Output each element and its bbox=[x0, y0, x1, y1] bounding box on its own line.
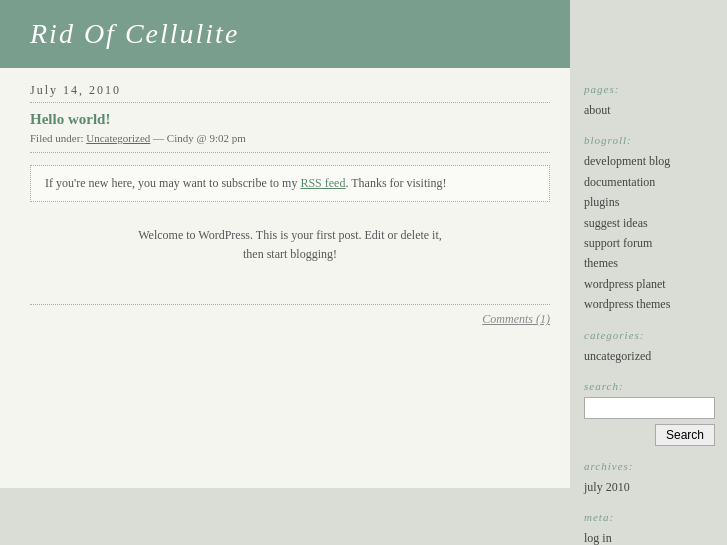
pages-heading: pages: bbox=[584, 83, 715, 95]
search-heading: search: bbox=[584, 380, 715, 392]
meta-login-link[interactable]: log in bbox=[584, 531, 612, 545]
blogroll-list: development blog documentation plugins s… bbox=[584, 151, 715, 314]
list-item: plugins bbox=[584, 192, 715, 212]
categories-heading: categories: bbox=[584, 329, 715, 341]
list-item: documentation bbox=[584, 172, 715, 192]
post-title: Hello world! bbox=[30, 111, 550, 128]
main-content: July 14, 2010 Hello world! Filed under: … bbox=[0, 68, 570, 488]
blogroll-link[interactable]: wordpress themes bbox=[584, 297, 670, 311]
list-item: uncategorized bbox=[584, 346, 715, 366]
search-container: Search bbox=[584, 397, 715, 446]
sidebar-pages-section: pages: about bbox=[584, 83, 715, 120]
page-about-link[interactable]: about bbox=[584, 103, 611, 117]
list-item: log in bbox=[584, 528, 715, 545]
filed-under-label: Filed under: bbox=[30, 132, 83, 144]
archives-heading: archives: bbox=[584, 460, 715, 472]
sidebar-search-section: search: Search bbox=[584, 380, 715, 446]
list-item: wordpress planet bbox=[584, 274, 715, 294]
blogroll-link[interactable]: support forum bbox=[584, 236, 652, 250]
list-item: support forum bbox=[584, 233, 715, 253]
list-item: themes bbox=[584, 253, 715, 273]
site-header: Rid Of Cellulite bbox=[0, 0, 570, 68]
content-area: July 14, 2010 Hello world! Filed under: … bbox=[0, 68, 727, 545]
meta-heading: meta: bbox=[584, 511, 715, 523]
list-item: development blog bbox=[584, 151, 715, 171]
list-item: suggest ideas bbox=[584, 213, 715, 233]
sidebar-meta-section: meta: log in rss comments rss valid xhtm… bbox=[584, 511, 715, 545]
blogroll-link[interactable]: themes bbox=[584, 256, 618, 270]
site-title: Rid Of Cellulite bbox=[30, 18, 550, 50]
search-button[interactable]: Search bbox=[655, 424, 715, 446]
post-body-line2: then start blogging! bbox=[243, 247, 337, 261]
post-footer: Comments (1) bbox=[30, 304, 550, 327]
categories-list: uncategorized bbox=[584, 346, 715, 366]
list-item: about bbox=[584, 100, 715, 120]
author-meta: — Cindy @ 9:02 pm bbox=[153, 132, 246, 144]
blogroll-link[interactable]: documentation bbox=[584, 175, 655, 189]
post-body-line1: Welcome to WordPress. This is your first… bbox=[138, 228, 442, 242]
category-link[interactable]: Uncategorized bbox=[86, 132, 150, 144]
list-item: july 2010 bbox=[584, 477, 715, 497]
rss-feed-link[interactable]: RSS feed bbox=[300, 176, 345, 190]
blogroll-link[interactable]: suggest ideas bbox=[584, 216, 648, 230]
subscribe-text: If you're new here, you may want to subs… bbox=[45, 176, 297, 190]
sidebar-blogroll-section: blogroll: development blog documentation… bbox=[584, 134, 715, 314]
category-uncategorized-link[interactable]: uncategorized bbox=[584, 349, 651, 363]
comments-link[interactable]: Comments (1) bbox=[482, 312, 550, 326]
blogroll-link[interactable]: plugins bbox=[584, 195, 619, 209]
blog-post: July 14, 2010 Hello world! Filed under: … bbox=[30, 83, 550, 327]
archives-list: july 2010 bbox=[584, 477, 715, 497]
page-wrapper: Rid Of Cellulite July 14, 2010 Hello wor… bbox=[0, 0, 727, 545]
subscribe-thanks: . Thanks for visiting! bbox=[345, 176, 446, 190]
subscribe-box: If you're new here, you may want to subs… bbox=[30, 165, 550, 202]
post-body: Welcome to WordPress. This is your first… bbox=[30, 216, 550, 274]
meta-list: log in rss comments rss valid xhtml xfn … bbox=[584, 528, 715, 545]
pages-list: about bbox=[584, 100, 715, 120]
sidebar-categories-section: categories: uncategorized bbox=[584, 329, 715, 366]
post-date: July 14, 2010 bbox=[30, 83, 550, 103]
post-meta: Filed under: Uncategorized — Cindy @ 9:0… bbox=[30, 132, 550, 153]
blogroll-link[interactable]: development blog bbox=[584, 154, 670, 168]
archive-july2010-link[interactable]: july 2010 bbox=[584, 480, 630, 494]
list-item: wordpress themes bbox=[584, 294, 715, 314]
sidebar: pages: about blogroll: development blog … bbox=[570, 68, 727, 545]
blogroll-heading: blogroll: bbox=[584, 134, 715, 146]
blogroll-link[interactable]: wordpress planet bbox=[584, 277, 666, 291]
search-input[interactable] bbox=[584, 397, 715, 419]
sidebar-archives-section: archives: july 2010 bbox=[584, 460, 715, 497]
